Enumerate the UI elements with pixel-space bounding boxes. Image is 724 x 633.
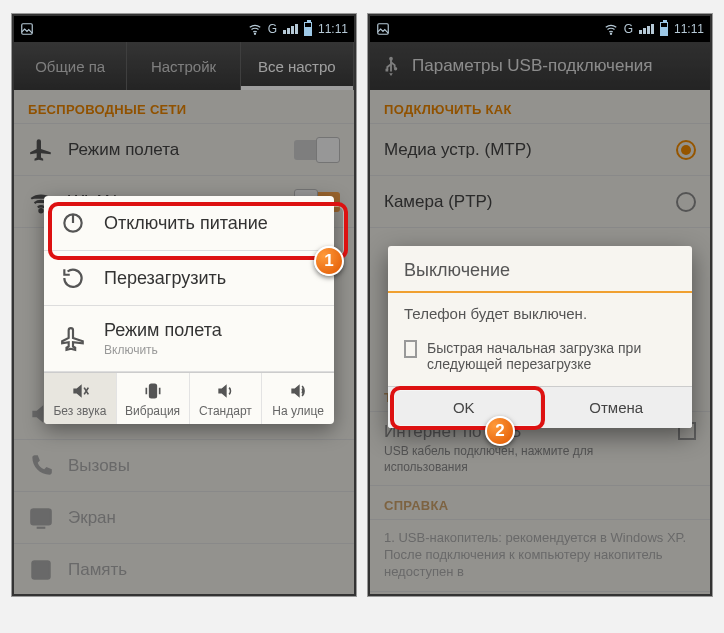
picture-icon — [20, 22, 34, 36]
sound-silent[interactable]: Без звука — [44, 373, 117, 424]
sound-vibrate[interactable]: Вибрация — [117, 373, 190, 424]
dialog-title: Выключение — [388, 246, 692, 293]
phone-left: G 11:11 Общие па Настройк Все настро БЕС… — [12, 14, 356, 596]
fastboot-label: Быстрая начальная загрузка при следующей… — [427, 340, 676, 372]
clock: 11:11 — [674, 22, 704, 36]
clock: 11:11 — [318, 22, 348, 36]
signal-icon — [283, 24, 298, 34]
sound-label: Вибрация — [125, 404, 180, 418]
phone-right: G 11:11 Параметры USB-подключения ПОДКЛЮ… — [368, 14, 712, 596]
power-off-label: Отключить питание — [104, 213, 268, 234]
sound-label: Стандарт — [199, 404, 252, 418]
shutdown-dialog: Выключение Телефон будет выключен. Быстр… — [388, 246, 692, 428]
svg-rect-6 — [149, 384, 156, 397]
net-label: G — [624, 22, 633, 36]
sound-mode-row: Без звука Вибрация Стандарт На улице — [44, 372, 334, 424]
power-icon — [60, 210, 86, 236]
dialog-buttons: OK Отмена — [388, 386, 692, 428]
power-off-item[interactable]: Отключить питание — [44, 196, 334, 251]
status-bar: G 11:11 — [14, 16, 354, 42]
signal-icon — [639, 24, 654, 34]
airplane-icon — [60, 326, 86, 352]
svg-rect-7 — [378, 24, 389, 35]
power-menu: Отключить питание Перезагрузить Режим по… — [44, 196, 334, 424]
sound-outdoor[interactable]: На улице — [262, 373, 334, 424]
reboot-item[interactable]: Перезагрузить — [44, 251, 334, 306]
airplane-item[interactable]: Режим полета Включить — [44, 306, 334, 372]
reboot-icon — [60, 265, 86, 291]
cancel-button[interactable]: Отмена — [540, 387, 693, 428]
battery-icon — [304, 22, 312, 36]
svg-point-1 — [254, 33, 255, 34]
sound-standard[interactable]: Стандарт — [190, 373, 263, 424]
dialog-fastboot-row[interactable]: Быстрая начальная загрузка при следующей… — [388, 334, 692, 386]
sound-label: На улице — [272, 404, 324, 418]
ok-button[interactable]: OK — [388, 387, 540, 428]
svg-rect-0 — [22, 24, 33, 35]
battery-icon — [660, 22, 668, 36]
status-bar: G 11:11 — [370, 16, 710, 42]
dialog-message: Телефон будет выключен. — [388, 293, 692, 334]
wifi-icon — [248, 22, 262, 36]
wifi-icon — [604, 22, 618, 36]
reboot-label: Перезагрузить — [104, 268, 226, 289]
airplane-label: Режим полета — [104, 320, 222, 340]
airplane-sub: Включить — [104, 343, 158, 357]
net-label: G — [268, 22, 277, 36]
sound-label: Без звука — [53, 404, 106, 418]
picture-icon — [376, 22, 390, 36]
svg-point-8 — [610, 33, 611, 34]
checkbox-fastboot[interactable] — [404, 340, 417, 358]
